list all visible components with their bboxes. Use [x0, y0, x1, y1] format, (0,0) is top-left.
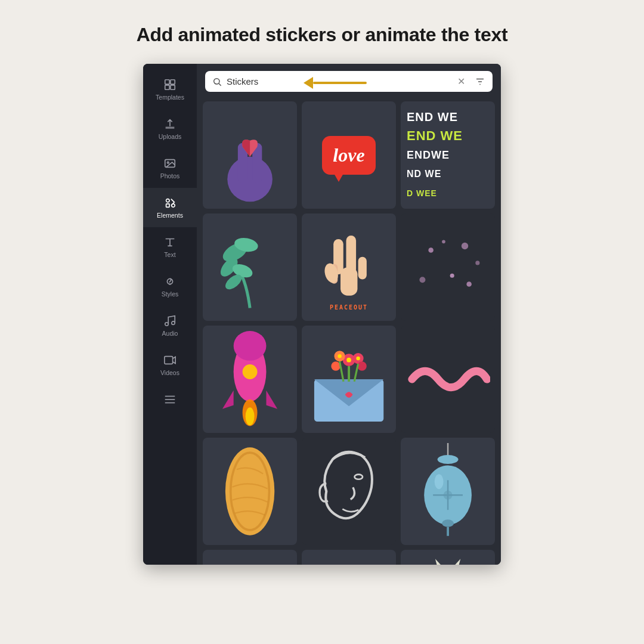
- wood-oval-svg: [208, 443, 292, 540]
- arrow-annotation: [304, 77, 367, 89]
- svg-point-36: [428, 247, 434, 253]
- sticker-profile-outline[interactable]: [302, 438, 396, 545]
- flower-envelope-svg: [306, 331, 391, 428]
- sticker-ufo[interactable]: [203, 550, 297, 565]
- svg-point-10: [170, 284, 171, 284]
- svg-point-49: [246, 407, 255, 425]
- svg-point-61: [338, 354, 341, 358]
- svg-point-47: [243, 364, 258, 379]
- sticker-rocket[interactable]: [203, 326, 297, 433]
- svg-point-41: [442, 240, 445, 244]
- svg-marker-104: [451, 559, 460, 565]
- sticker-pink-squiggle[interactable]: [401, 326, 495, 433]
- sidebar-videos-label: Videos: [160, 369, 179, 376]
- sidebar-item-photos[interactable]: Photos: [143, 148, 197, 188]
- svg-point-74: [435, 474, 444, 489]
- svg-point-56: [357, 361, 367, 371]
- svg-rect-32: [346, 236, 356, 274]
- sidebar: Templates Uploads Photos: [143, 64, 197, 565]
- sidebar-styles-label: Styles: [162, 290, 179, 298]
- photos-icon: [163, 157, 177, 170]
- videos-icon: [163, 354, 177, 367]
- sticker-sparkle[interactable]: [401, 213, 495, 321]
- svg-rect-33: [358, 257, 366, 280]
- svg-point-6: [166, 199, 170, 203]
- sidebar-item-videos[interactable]: Videos: [143, 345, 197, 385]
- rocket-svg: [208, 331, 292, 428]
- sidebar-item-styles[interactable]: Styles: [143, 267, 197, 306]
- svg-point-60: [346, 358, 351, 363]
- svg-point-17: [214, 78, 219, 83]
- svg-point-72: [442, 519, 454, 527]
- sticker-love-bubble[interactable]: love: [302, 101, 396, 209]
- svg-rect-7: [166, 204, 170, 208]
- page-headline: Add animated stickers or animate the tex…: [137, 24, 508, 46]
- svg-marker-46: [266, 391, 277, 409]
- sidebar-audio-label: Audio: [162, 330, 178, 337]
- sticker-flower-envelope[interactable]: [302, 326, 396, 433]
- ufo-svg: [208, 555, 292, 565]
- search-filter-button[interactable]: [475, 76, 485, 87]
- sticker-orange-flowers[interactable]: [302, 550, 396, 565]
- sticker-wood-oval[interactable]: [203, 438, 297, 545]
- svg-point-44: [234, 331, 267, 361]
- svg-rect-13: [165, 357, 173, 364]
- weekend-grid: END WE END WE ENDWE ND WE D WEE: [404, 105, 491, 205]
- sidebar-item-uploads[interactable]: Uploads: [143, 109, 197, 148]
- sparkle-svg: [405, 219, 490, 315]
- sidebar-templates-label: Templates: [156, 94, 184, 101]
- svg-marker-45: [222, 391, 234, 409]
- svg-rect-1: [171, 80, 175, 84]
- more-icon: [163, 393, 177, 406]
- elements-icon: [163, 196, 177, 209]
- sidebar-item-audio[interactable]: Audio: [143, 306, 197, 345]
- templates-icon: [163, 78, 177, 91]
- sticker-finger-heart[interactable]: [203, 101, 297, 209]
- orange-flowers-svg: [306, 555, 391, 565]
- arrow-head: [304, 77, 313, 89]
- blue-lamp-svg: [405, 443, 490, 540]
- search-bar-container: Stickers ✕: [197, 64, 501, 98]
- svg-rect-0: [165, 80, 169, 84]
- sidebar-text-label: Text: [164, 251, 175, 258]
- main-content: Stickers ✕: [197, 64, 501, 565]
- sticker-peace-hand[interactable]: PEACEOUT: [302, 213, 396, 321]
- svg-point-40: [466, 281, 472, 287]
- sidebar-item-templates[interactable]: Templates: [143, 70, 197, 109]
- svg-point-12: [172, 321, 175, 325]
- svg-point-22: [227, 157, 273, 202]
- llama-svg: [405, 555, 490, 565]
- sidebar-item-text[interactable]: Text: [143, 227, 197, 267]
- app-container: Templates Uploads Photos: [143, 64, 501, 565]
- svg-point-39: [419, 277, 425, 283]
- search-clear-button[interactable]: ✕: [457, 76, 465, 87]
- svg-point-67: [438, 455, 459, 464]
- svg-marker-103: [435, 559, 444, 565]
- sidebar-elements-label: Elements: [157, 212, 183, 219]
- sticker-leaf-branch[interactable]: [203, 213, 297, 321]
- styles-icon: [163, 275, 177, 288]
- finger-heart-svg: [208, 107, 292, 203]
- squiggle-svg: [405, 331, 490, 428]
- text-icon: [163, 236, 177, 249]
- leaf-branch-svg: [208, 219, 292, 315]
- svg-point-38: [450, 274, 454, 278]
- sidebar-item-elements[interactable]: Elements: [143, 188, 197, 227]
- arrow-shaft: [313, 82, 367, 84]
- svg-point-42: [475, 261, 479, 265]
- sidebar-item-more[interactable]: [143, 385, 197, 414]
- svg-point-37: [462, 243, 468, 249]
- svg-point-8: [172, 204, 175, 208]
- sticker-blue-lamp[interactable]: [401, 438, 495, 545]
- profile-outline-svg: [306, 443, 391, 540]
- svg-point-5: [167, 162, 169, 163]
- uploads-icon: [163, 117, 177, 131]
- sticker-weekend-text[interactable]: END WE END WE ENDWE ND WE D WEE: [401, 101, 495, 209]
- audio-icon: [163, 314, 177, 327]
- svg-point-62: [356, 357, 360, 360]
- svg-line-58: [339, 361, 343, 382]
- svg-rect-2: [165, 85, 169, 89]
- sidebar-uploads-label: Uploads: [159, 133, 182, 140]
- sticker-llama[interactable]: [401, 550, 495, 565]
- svg-point-11: [165, 323, 169, 326]
